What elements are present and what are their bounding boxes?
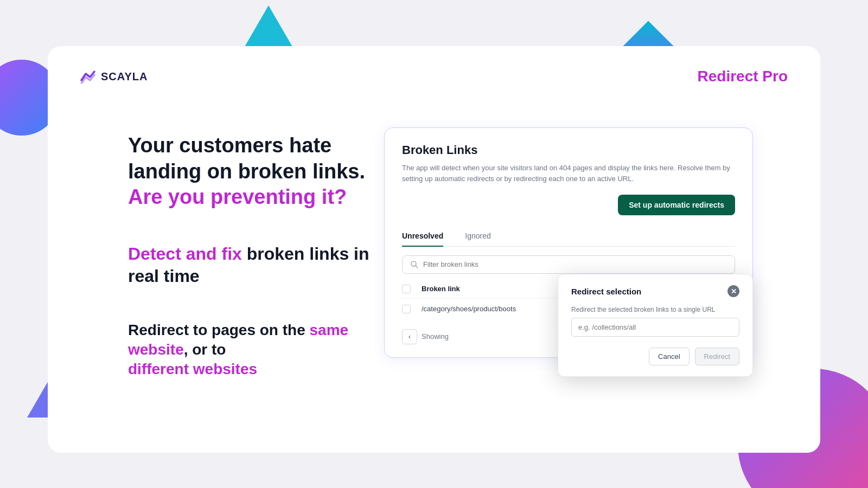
svg-line-1: [416, 266, 418, 268]
main-card: SCAYLA Redirect Pro Your customers hate …: [48, 46, 820, 453]
scayla-logo-icon: [80, 69, 97, 84]
left-content: Your customers hate landing on broken li…: [128, 133, 388, 380]
redirect-url-input[interactable]: [571, 318, 739, 337]
bottom-text: Redirect to pages on the same website, o…: [128, 320, 388, 380]
setup-redirects-button[interactable]: Set up automatic redirects: [618, 195, 735, 215]
footer-text-dark: Redirect to pages on the: [128, 322, 305, 338]
main-headline: Your customers hate landing on broken li…: [128, 133, 388, 210]
panel-title: Broken Links: [402, 143, 735, 157]
showing-text: Showing: [422, 332, 449, 341]
modal-header: Redirect selection ✕: [571, 285, 739, 297]
cancel-button[interactable]: Cancel: [649, 348, 689, 365]
redirect-button[interactable]: Redirect: [695, 348, 739, 365]
modal-close-button[interactable]: ✕: [727, 285, 739, 297]
panel-description: The app will detect when your site visit…: [402, 163, 735, 184]
modal-actions: Cancel Redirect: [571, 348, 739, 365]
footer-accent2: different websites: [128, 361, 257, 377]
tab-unresolved[interactable]: Unresolved: [402, 226, 443, 247]
tabs: Unresolved Ignored: [402, 226, 735, 247]
modal-description: Redirect the selected broken links to a …: [571, 306, 739, 313]
header: SCAYLA Redirect Pro: [80, 68, 788, 85]
pagination-prev-button[interactable]: ‹: [402, 329, 417, 344]
logo-text: SCAYLA: [101, 70, 148, 83]
select-all-checkbox[interactable]: [402, 285, 411, 293]
col-checkbox-header: [402, 285, 422, 293]
redirect-selection-modal: Redirect selection ✕ Redirect the select…: [558, 274, 753, 377]
search-box: [402, 255, 735, 274]
row-checkbox[interactable]: [402, 305, 411, 313]
logo: SCAYLA: [80, 69, 148, 84]
subheading-accent: Detect and fix: [128, 244, 242, 264]
search-icon: [410, 260, 419, 269]
modal-title: Redirect selection: [571, 287, 641, 296]
search-input[interactable]: [423, 260, 727, 268]
row-checkbox-cell: [402, 305, 422, 313]
tab-ignored[interactable]: Ignored: [465, 226, 490, 247]
headline-part1: Your customers hate landing on broken li…: [128, 134, 365, 183]
footer-dark2: , or to: [184, 341, 226, 358]
subheading: Detect and fix broken links inreal time: [128, 243, 388, 288]
product-title: Redirect Pro: [698, 68, 788, 85]
headline-accent: Are you preventing it?: [128, 185, 347, 208]
